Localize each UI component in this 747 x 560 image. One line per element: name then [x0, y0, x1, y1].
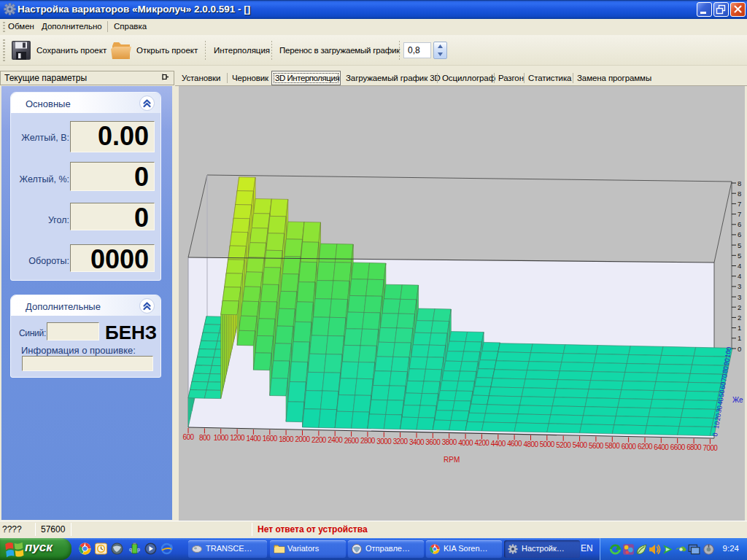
- svg-text:2: 2: [738, 314, 741, 322]
- svg-text:1800: 1800: [279, 435, 294, 443]
- svg-text:30: 30: [715, 405, 724, 413]
- svg-text:80: 80: [721, 365, 730, 374]
- svg-text:3800: 3800: [442, 438, 457, 446]
- svg-text:3200: 3200: [393, 438, 409, 446]
- svg-text:1600: 1600: [263, 435, 278, 443]
- svg-text:1400: 1400: [246, 435, 261, 443]
- svg-text:4200: 4200: [474, 439, 489, 447]
- svg-text:2000: 2000: [295, 435, 311, 443]
- svg-text:4400: 4400: [491, 440, 506, 448]
- svg-text:Же: Же: [732, 396, 743, 404]
- svg-text:1200: 1200: [230, 434, 245, 442]
- svg-text:1: 1: [738, 334, 741, 342]
- svg-text:5: 5: [738, 241, 741, 249]
- svg-text:90: 90: [722, 358, 731, 367]
- svg-text:6200: 6200: [638, 443, 653, 451]
- svg-text:20: 20: [714, 413, 723, 421]
- svg-text:2400: 2400: [328, 436, 343, 444]
- svg-text:4000: 4000: [458, 439, 473, 447]
- svg-text:5: 5: [738, 252, 741, 260]
- svg-text:3: 3: [738, 282, 741, 290]
- svg-text:4: 4: [738, 272, 741, 280]
- svg-text:6: 6: [738, 230, 741, 238]
- svg-text:7: 7: [738, 200, 741, 208]
- svg-text:0: 0: [738, 345, 741, 353]
- svg-text:3: 3: [738, 293, 741, 301]
- svg-text:5200: 5200: [556, 441, 571, 449]
- svg-text:7000: 7000: [703, 444, 718, 452]
- svg-text:40: 40: [716, 397, 725, 406]
- svg-text:600: 600: [183, 433, 195, 441]
- svg-text:4800: 4800: [524, 440, 539, 448]
- svg-text:2200: 2200: [311, 436, 327, 444]
- svg-text:5600: 5600: [589, 442, 604, 450]
- svg-text:60: 60: [719, 381, 727, 390]
- svg-text:q: q: [129, 547, 132, 553]
- svg-text:5400: 5400: [573, 441, 588, 449]
- svg-text:7: 7: [738, 210, 741, 218]
- svg-text:1000: 1000: [214, 434, 229, 442]
- svg-text:50: 50: [718, 389, 727, 398]
- svg-text:3600: 3600: [425, 438, 441, 446]
- svg-text:1: 1: [738, 324, 741, 332]
- svg-text:10: 10: [713, 421, 721, 429]
- svg-text:8: 8: [738, 190, 741, 198]
- svg-text:4600: 4600: [507, 440, 522, 448]
- svg-text:3400: 3400: [409, 438, 425, 446]
- svg-text:6000: 6000: [622, 443, 637, 451]
- svg-text:2800: 2800: [360, 437, 376, 445]
- svg-text:6600: 6600: [670, 443, 686, 451]
- svg-text:6: 6: [738, 220, 741, 228]
- svg-text:70: 70: [720, 373, 729, 382]
- svg-text:p: p: [137, 547, 140, 553]
- svg-text:2600: 2600: [344, 437, 360, 445]
- svg-text:3000: 3000: [376, 438, 392, 446]
- svg-text:6400: 6400: [654, 443, 669, 451]
- svg-text:5000: 5000: [540, 440, 555, 448]
- svg-text:8: 8: [738, 179, 741, 187]
- svg-text:6800: 6800: [686, 443, 702, 451]
- svg-text:800: 800: [199, 434, 211, 442]
- svg-text:5800: 5800: [605, 442, 620, 450]
- svg-text:4: 4: [738, 262, 741, 270]
- svg-text:2: 2: [738, 303, 741, 311]
- svg-text:RPM: RPM: [444, 456, 460, 464]
